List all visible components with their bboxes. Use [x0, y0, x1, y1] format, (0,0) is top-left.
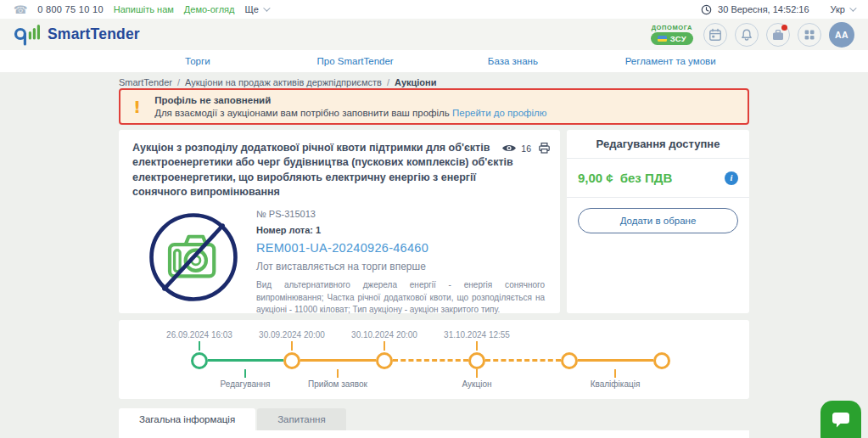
help-badge-label: ЗСУ [670, 34, 686, 43]
timeline-segment-future [393, 359, 468, 362]
more-dropdown[interactable]: Ще [244, 4, 267, 14]
timeline-node-start [191, 352, 208, 369]
clock-icon [701, 4, 712, 15]
timeline-stage-label: Кваліфікація [591, 379, 641, 389]
views-eye-icon [501, 143, 517, 153]
add-to-favorites-button[interactable]: Додати в обране [578, 208, 738, 233]
language-label: Укр [831, 4, 845, 14]
editing-status: Редагування доступне [567, 130, 749, 159]
briefcase-button[interactable] [766, 23, 790, 47]
calendar-icon [708, 27, 723, 42]
timeline-date-tick [476, 341, 478, 351]
chevron-down-icon [263, 4, 270, 11]
timeline-segment-future [578, 359, 653, 362]
notifications-button[interactable] [735, 23, 759, 47]
breadcrumb-separator: / [387, 77, 389, 87]
write-us-link[interactable]: Напишіть нам [114, 4, 174, 14]
timeline-stage-tick [244, 369, 246, 378]
vat-label: без ПДВ [620, 171, 673, 185]
timeline-stage-tick [476, 369, 478, 378]
timeline-stage-label: Редагування [221, 379, 271, 389]
breadcrumb-current: Аукціони [395, 77, 437, 87]
tab-content-panel [119, 430, 749, 438]
more-label: Ще [244, 4, 258, 14]
breadcrumb-auctions-category[interactable]: Аукціони на продаж активів держпідприємс… [185, 77, 382, 87]
timeline-date-tick [384, 341, 385, 351]
lot-number: Номер лота: 1 [256, 225, 545, 235]
alert-message: Для взаємодії з аукціонами вам потрібно … [154, 108, 450, 118]
phone-icon: ☎ [14, 4, 27, 15]
timeline-node-end [653, 352, 670, 369]
timeline-date: 26.09.2024 16:03 [166, 330, 232, 340]
lot-tabs: Загальна інформація Запитання [119, 408, 749, 430]
chat-button[interactable] [820, 401, 861, 438]
lot-description: Вид альтернативного джерела енергії - ен… [256, 279, 545, 317]
breadcrumb: SmartTender / Аукціони на продаж активів… [119, 76, 868, 88]
main-nav: Торги Про SmartTender База знань Регламе… [0, 50, 868, 72]
phone-number: 0 800 75 10 10 [37, 4, 104, 14]
language-dropdown[interactable]: Укр [831, 4, 854, 14]
calendar-button[interactable] [703, 23, 727, 47]
price-value: 9,00 ¢ [578, 171, 613, 185]
nav-item-rules[interactable]: Регламент та умови [591, 56, 749, 66]
timeline-date: 30.09.2024 20:00 [259, 330, 325, 340]
timeline-stage-tick [337, 369, 339, 378]
lot-reference-link[interactable]: REM001-UA-20240926-46460 [256, 241, 545, 255]
lot-title: Аукціон з розподілу додаткової річної кв… [132, 141, 516, 199]
top-utility-bar: ☎ 0 800 75 10 10 Напишіть нам Демо-огляд… [0, 0, 868, 19]
auction-timeline: 26.09.2024 16:03 30.09.2024 20:00 30.10.… [119, 320, 749, 399]
alert-title: Профіль не заповнений [154, 95, 546, 105]
main-header: SmartTender ДОПОМОГА ЗСУ [0, 19, 868, 50]
apps-grid-button[interactable] [798, 23, 821, 47]
brand-name: SmartTender [48, 25, 140, 43]
views-count: 16 [521, 143, 531, 154]
printer-icon [538, 142, 551, 154]
timeline-node-qualification-start [561, 352, 578, 369]
timeline-stage-label: Прийом заявок [308, 379, 367, 389]
lot-card: Аукціон з розподілу додаткової річної кв… [119, 130, 560, 313]
status-panel: Редагування доступне 9,00 ¢ без ПДВ i До… [567, 130, 749, 313]
ukraine-flag-icon [658, 36, 667, 42]
nav-item-torgy[interactable]: Торги [119, 56, 277, 66]
nav-item-knowledge[interactable]: База знань [434, 56, 592, 66]
smarttender-logo[interactable]: SmartTender [14, 23, 140, 46]
current-datetime: 30 Вересня, 14:52:16 [718, 4, 809, 14]
tab-questions[interactable]: Запитання [257, 408, 345, 430]
tab-general-info[interactable]: Загальна інформація [119, 408, 255, 430]
info-icon[interactable]: i [725, 171, 738, 185]
grid-icon [802, 27, 817, 42]
notification-dot [781, 25, 787, 31]
profile-alert-banner: ! Профіль не заповнений Для взаємодії з … [119, 88, 749, 125]
timeline-stage-tick [614, 369, 616, 378]
print-button[interactable] [538, 142, 551, 154]
timeline-node-auction [468, 352, 485, 369]
timeline-segment-future [485, 359, 561, 362]
timeline-node-editing-end [283, 352, 300, 369]
timeline-stage-label: Аукціон [462, 379, 492, 389]
go-to-profile-link[interactable]: Перейти до профілю [452, 108, 546, 118]
breadcrumb-separator: / [177, 77, 180, 87]
timeline-date: 30.10.2024 20:00 [351, 330, 417, 340]
timeline-node-applications-end [376, 352, 393, 369]
nav-item-about[interactable]: Про SmartTender [277, 56, 434, 66]
timeline-date-tick [291, 341, 293, 351]
no-photo-placeholder [146, 210, 241, 317]
timeline-date-tick [199, 341, 200, 351]
avatar[interactable]: AA [829, 22, 854, 48]
demo-link[interactable]: Демо-огляд [184, 4, 235, 14]
lot-note: Лот виставляється на торги вперше [256, 261, 545, 272]
chat-bubble-icon [832, 411, 850, 428]
timeline-date: 31.10.2024 12:55 [444, 330, 510, 340]
help-army-button[interactable]: ДОПОМОГА ЗСУ [651, 24, 693, 45]
bell-icon [739, 27, 754, 42]
logo-mark-icon [14, 23, 42, 46]
timeline-segment-done [208, 359, 283, 362]
warning-icon: ! [133, 98, 141, 115]
auction-number: № PS-315013 [256, 209, 545, 219]
timeline-segment-active [300, 359, 376, 362]
breadcrumb-home[interactable]: SmartTender [119, 77, 172, 87]
help-caption: ДОПОМОГА [652, 24, 692, 31]
chevron-down-icon [849, 4, 856, 11]
no-camera-icon [146, 210, 241, 305]
